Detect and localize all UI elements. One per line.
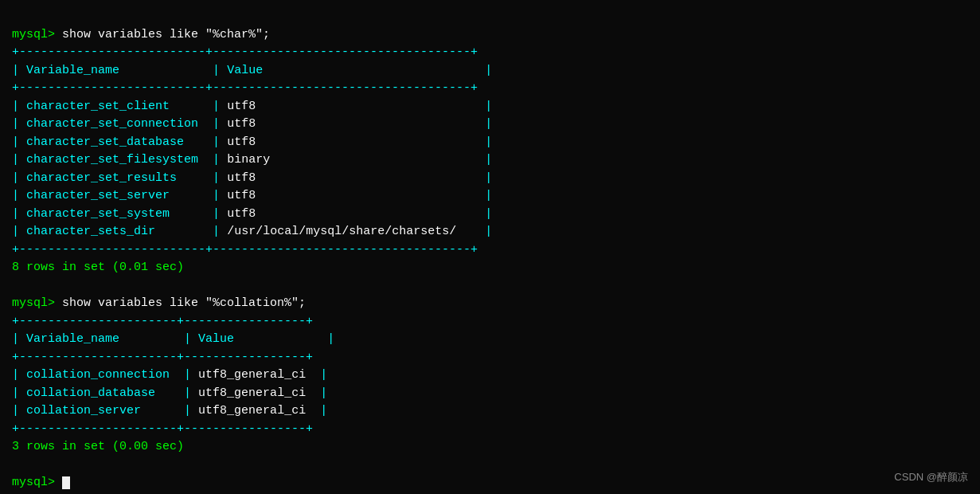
table2-rowcount: 3 rows in set (0.00 sec) [12,440,184,453]
table1-border-mid: +--------------------------+------------… [12,81,478,95]
table1-row1: | character_set_client | utf8 | [12,100,492,113]
table2-border-top: +----------------------+----------------… [12,315,313,328]
table2-row1: | collation_connection | utf8_general_ci… [12,368,327,382]
table1-row4: | character_set_filesystem | binary | [12,153,492,167]
final-prompt-line: mysql> [12,476,70,489]
cursor-block [62,476,70,489]
table2-row3: | collation_server | utf8_general_ci | [12,404,327,418]
prompt2: mysql> [12,296,55,310]
table1-row5: | character_set_results | utf8 | [12,171,492,185]
cmd2-text: show variables like "%collation%"; [55,296,306,310]
prompt-final: mysql> [12,476,62,489]
table1-row2: | character_set_connection | utf8 | [12,117,492,131]
table2-border-mid: +----------------------+----------------… [12,351,313,364]
table1-row7: | character_set_system | utf8 | [12,207,492,221]
table2-border-bot: +----------------------+----------------… [12,422,313,436]
watermark: CSDN @醉颜凉 [894,470,968,484]
terminal-window: mysql> show variables like "%char%"; +--… [12,8,968,492]
table1-row6: | character_set_server | utf8 | [12,189,492,202]
command1-line: mysql> show variables like "%char%"; [12,28,270,41]
prompt1: mysql> [12,28,55,41]
table1-row8: | character_sets_dir | /usr/local/mysql/… [12,225,492,238]
table1-row3: | character_set_database | utf8 | [12,135,492,149]
cmd1-text: show variables like "%char%"; [55,28,270,41]
command2-line: mysql> show variables like "%collation%"… [12,296,306,310]
table1-header: | Variable_name | Value | [12,64,492,77]
table1-border-bot: +--------------------------+------------… [12,243,478,257]
table1-border-top: +--------------------------+------------… [12,45,478,59]
table2-header: | Variable_name | Value | [12,332,334,346]
table2-row2: | collation_database | utf8_general_ci | [12,386,327,400]
table1-rowcount: 8 rows in set (0.01 sec) [12,261,184,274]
